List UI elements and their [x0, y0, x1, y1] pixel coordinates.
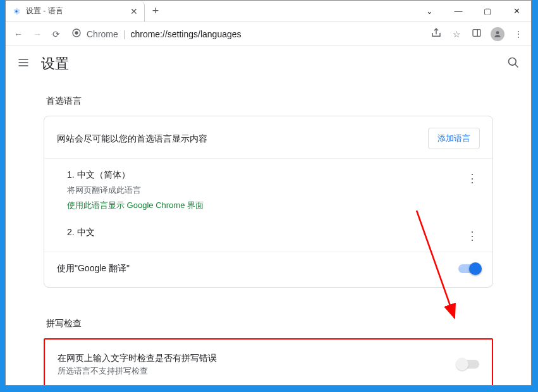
window-close-icon[interactable]: ✕	[502, 1, 531, 21]
address-bar: ← → ⟳ Chrome | chrome://settings/languag…	[6, 22, 531, 46]
preferred-languages-label: 首选语言	[46, 95, 493, 107]
spellcheck-subtitle: 所选语言不支持拼写检查	[58, 365, 450, 378]
chrome-window: 设置 - 语言 ✕ + ⌄ — ▢ ✕ ← → ⟳ Chrome | chrom…	[5, 0, 532, 386]
url-host: Chrome	[87, 29, 118, 39]
forward-button[interactable]: →	[31, 29, 44, 39]
svg-point-5	[496, 31, 499, 34]
add-language-button[interactable]: 添加语言	[428, 128, 480, 149]
window-maximize-icon[interactable]: ▢	[473, 1, 502, 21]
page-title: 设置	[41, 54, 69, 73]
menu-icon[interactable]	[17, 56, 30, 71]
titlebar: 设置 - 语言 ✕ + ⌄ — ▢ ✕	[6, 1, 531, 22]
new-tab-button[interactable]: +	[145, 1, 166, 21]
language-item: 2. 中文 ⋮	[44, 219, 492, 249]
window-dropdown-icon[interactable]: ⌄	[415, 1, 444, 21]
language-menu-icon[interactable]: ⋮	[465, 168, 480, 185]
omnibox[interactable]: Chrome | chrome://settings/languages	[69, 25, 424, 43]
spellcheck-toggle	[458, 360, 479, 369]
profile-avatar[interactable]	[491, 27, 504, 41]
language-index: 2.	[67, 227, 75, 237]
preferred-languages-card: 网站会尽可能以您的首选语言显示内容 添加语言 1. 中文（简体） 将网页翻译成此…	[44, 116, 493, 288]
google-translate-label: 使用"Google 翻译"	[57, 261, 451, 275]
svg-point-2	[75, 31, 78, 34]
preferred-description: 网站会尽可能以您的首选语言显示内容	[57, 132, 420, 145]
window-controls: ⌄ — ▢ ✕	[415, 1, 531, 21]
window-minimize-icon[interactable]: —	[444, 1, 473, 21]
tab-title: 设置 - 语言	[26, 6, 125, 16]
spellcheck-card: 在网页上输入文字时检查是否有拼写错误 所选语言不支持拼写检查	[44, 338, 493, 385]
settings-content: 设置 首选语言 网站会尽可能以您的首选语言显示内容 添加语言 1. 中文（简体）	[6, 46, 531, 385]
spellcheck-title: 在网页上输入文字时检查是否有拼写错误	[58, 351, 450, 365]
site-info-icon[interactable]	[71, 28, 82, 40]
search-icon[interactable]	[507, 56, 520, 71]
url-path: chrome://settings/languages	[130, 29, 241, 39]
share-icon[interactable]	[430, 27, 443, 40]
settings-favicon	[12, 7, 21, 16]
language-detail: 将网页翻译成此语言	[67, 185, 141, 195]
settings-header: 设置	[6, 46, 531, 82]
language-item: 1. 中文（简体） 将网页翻译成此语言 使用此语言显示 Google Chrom…	[44, 161, 492, 219]
language-ui-note: 使用此语言显示 Google Chrome 界面	[67, 200, 204, 210]
reload-button[interactable]: ⟳	[50, 29, 63, 39]
language-index: 1.	[67, 169, 75, 180]
tab-close-icon[interactable]: ✕	[130, 6, 138, 16]
language-menu-icon[interactable]: ⋮	[465, 225, 480, 243]
google-translate-toggle[interactable]	[458, 264, 480, 273]
language-name: 中文（简体）	[77, 169, 130, 180]
svg-rect-3	[473, 30, 480, 37]
svg-line-10	[515, 64, 518, 68]
spellcheck-label: 拼写检查	[46, 318, 493, 329]
side-panel-icon[interactable]	[470, 28, 483, 40]
chrome-menu-icon[interactable]: ⋮	[512, 29, 525, 39]
language-name: 中文	[77, 227, 95, 237]
back-button[interactable]: ←	[12, 29, 25, 39]
browser-tab[interactable]: 设置 - 语言 ✕	[6, 1, 145, 21]
bookmark-icon[interactable]: ☆	[450, 29, 463, 39]
svg-point-9	[509, 58, 517, 66]
